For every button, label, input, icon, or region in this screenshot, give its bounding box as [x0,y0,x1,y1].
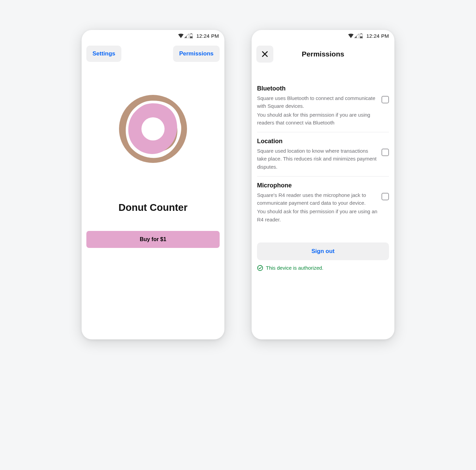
cell-signal-icon [184,34,189,38]
phone-screen-main: 12:24 PM Settings Permissions Donut Coun… [82,30,224,339]
permission-checkbox[interactable] [381,193,389,200]
permission-desc: You should ask for this permission if yo… [257,111,377,127]
battery-icon [360,33,363,38]
sign-out-button[interactable]: Sign out [257,242,389,260]
svg-rect-1 [191,33,192,34]
svg-rect-7 [360,36,362,38]
permission-checkbox[interactable] [381,96,389,103]
permissions-list: Bluetooth Square uses Bluetooth to conne… [252,63,394,229]
phone-screen-permissions: 12:24 PM Permissions Bluetooth Square us… [252,30,394,339]
auth-status: This device is authorized. [257,265,389,271]
top-bar: Permissions [252,41,394,63]
status-time: 12:24 PM [196,33,219,39]
status-icons [348,33,363,38]
top-bar: Settings Permissions [82,41,224,62]
check-circle-icon [257,265,263,271]
permission-item-microphone: Microphone Square's R4 reader uses the m… [257,176,389,229]
permission-desc: Square used location to know where trans… [257,147,377,171]
wifi-icon [178,34,184,38]
close-icon [261,51,268,57]
auth-status-text: This device is authorized. [266,265,323,271]
permission-checkbox[interactable] [381,149,389,156]
permissions-button[interactable]: Permissions [173,46,220,62]
permission-title: Microphone [257,182,377,189]
donut-illustration [82,93,224,165]
close-button[interactable] [256,46,273,63]
permission-title: Location [257,138,377,145]
svg-rect-2 [190,36,192,38]
permission-desc: You should ask for this permission if yo… [257,207,377,223]
app-title: Donut Counter [82,202,224,213]
permission-title: Bluetooth [257,85,377,92]
svg-rect-6 [361,33,362,34]
status-icons [178,33,193,38]
svg-point-8 [258,265,263,270]
screen-title: Permissions [273,50,373,58]
permission-item-bluetooth: Bluetooth Square uses Bluetooth to conne… [257,80,389,132]
svg-point-4 [141,117,165,140]
status-bar: 12:24 PM [252,31,394,41]
wifi-icon [348,34,354,38]
status-time: 12:24 PM [366,33,389,39]
settings-button[interactable]: Settings [86,46,121,62]
permission-desc: Square's R4 reader uses the microphone j… [257,191,377,207]
battery-icon [190,33,193,38]
cell-signal-icon [354,34,359,38]
donut-icon [117,93,189,165]
buy-button[interactable]: Buy for $1 [86,231,220,248]
permission-desc: Square uses Bluetooth to connect and com… [257,94,377,110]
permission-item-location: Location Square used location to know wh… [257,132,389,176]
status-bar: 12:24 PM [82,31,224,41]
